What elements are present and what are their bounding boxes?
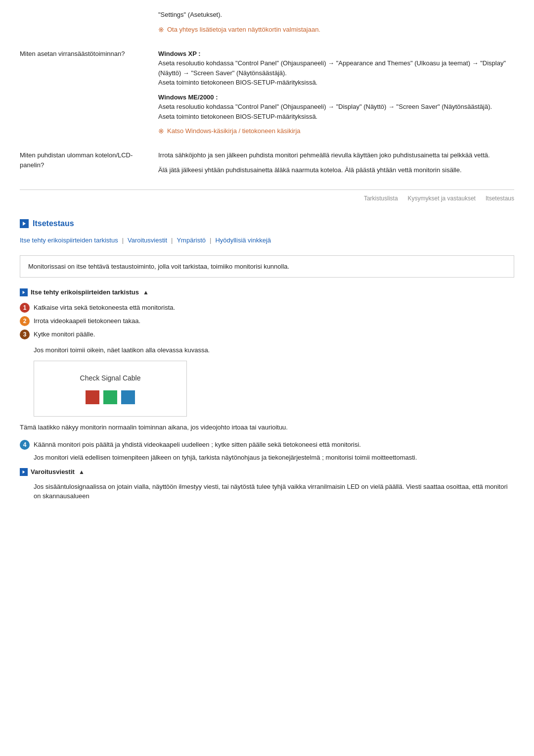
varoitus-header: Varoitusviestit ▲ bbox=[20, 467, 514, 477]
steps-container: 1 Katkaise virta sekä tietokoneesta että… bbox=[20, 302, 514, 339]
info-box: Monitorissasi on itse tehtävä testaustoi… bbox=[20, 255, 514, 278]
right-column: "Settings" (Asetukset). ※ Ota yhteys lis… bbox=[158, 10, 514, 41]
triangle-icon2: ▲ bbox=[79, 468, 85, 476]
sub-nav: Itse tehty erikoispiirteiden tarkistus |… bbox=[20, 236, 514, 245]
info-text: Monitorissasi on itse tehtävä testaustoi… bbox=[28, 263, 289, 270]
settings-note: "Settings" (Asetukset). bbox=[158, 10, 514, 20]
left-column bbox=[20, 10, 158, 41]
square-blue bbox=[121, 390, 135, 404]
step-1: 1 Katkaise virta sekä tietokoneesta että… bbox=[20, 302, 514, 313]
step-3-text: Kytke monitori päälle. bbox=[34, 329, 95, 339]
note-link-text: Ota yhteys lisätietoja varten näyttökort… bbox=[167, 25, 320, 35]
subsection1-icon bbox=[20, 288, 28, 296]
me-content: Aseta resoluutio kohdassa "Control Panel… bbox=[158, 103, 492, 120]
row1-label: Miten asetan virransäästötoiminnan? bbox=[20, 49, 158, 143]
section-icon bbox=[20, 219, 29, 228]
triangle-icon: ▲ bbox=[143, 288, 149, 297]
row1-link[interactable]: ※ Katso Windows-käsikirja / tietokoneen … bbox=[158, 126, 514, 137]
me-title: Windows ME/2000 : Aseta resoluutio kohda… bbox=[158, 93, 514, 122]
svg-marker-2 bbox=[23, 471, 25, 473]
row2-label: Miten puhdistan ulomman kotelon/LCD-pane… bbox=[20, 150, 158, 180]
subnav-link3[interactable]: Ympäristö bbox=[177, 236, 206, 245]
step-num-2: 2 bbox=[20, 316, 30, 326]
step-num-4: 4 bbox=[20, 440, 30, 450]
step-num-3: 3 bbox=[20, 330, 30, 339]
subsection1-title: Itse tehty erikoispiirteiden tarkistus bbox=[31, 287, 139, 297]
signal-squares bbox=[86, 390, 135, 404]
svg-marker-1 bbox=[23, 291, 25, 294]
step3-note: Jos monitori toimii oikein, näet laatiko… bbox=[34, 345, 514, 355]
row1-content: Windows XP : Aseta resoluutio kohdassa "… bbox=[158, 49, 514, 143]
step4-note: Jos monitori vielä edellisen toimenpitee… bbox=[34, 453, 514, 463]
arrow-right-icon bbox=[22, 221, 27, 226]
asterisk-icon2: ※ bbox=[158, 126, 164, 137]
row2-content1: Irrota sähköjohto ja sen jälkeen puhdist… bbox=[158, 150, 514, 160]
step-2: 2 Irrota videokaapeli tietokoneen takaa. bbox=[20, 316, 514, 326]
signal-caption: Tämä laatikko näkyy monitorin normaalin … bbox=[20, 423, 514, 432]
row2-content: Irrota sähköjohto ja sen jälkeen puhdist… bbox=[158, 150, 514, 180]
arrow-right-icon2 bbox=[22, 290, 26, 294]
itsetestaus-header: Itsetestaus bbox=[20, 218, 514, 230]
xp-content: Aseta resoluutio kohdassa "Control Panel… bbox=[158, 59, 506, 86]
row1-link-text: Katso Windows-käsikirja / tietokoneen kä… bbox=[167, 126, 301, 136]
varoitus-title: Varoitusviestit bbox=[31, 467, 75, 477]
step-num-1: 1 bbox=[20, 303, 30, 313]
arrow-right-icon3 bbox=[22, 470, 26, 474]
signal-title: Check Signal Cable bbox=[80, 373, 141, 383]
step-1-text: Katkaise virta sekä tietokoneesta että m… bbox=[34, 302, 175, 313]
step-2-text: Irrota videokaapeli tietokoneen takaa. bbox=[34, 316, 140, 326]
row2-content2: Älä jätä jälkeesi yhtään puhdistusainett… bbox=[158, 165, 514, 175]
step-4: 4 Käännä monitori pois päältä ja yhdistä… bbox=[20, 439, 514, 450]
tab-itsetestaus[interactable]: Itsetestaus bbox=[486, 194, 514, 203]
sep2: | bbox=[171, 236, 173, 245]
row2-section: Miten puhdistan ulomman kotelon/LCD-pane… bbox=[20, 150, 514, 180]
step-4-text: Käännä monitori pois päältä ja yhdistä v… bbox=[34, 439, 361, 450]
subsection1-header: Itse tehty erikoispiirteiden tarkistus ▲ bbox=[20, 287, 514, 297]
note-link[interactable]: ※ Ota yhteys lisätietoja varten näyttöko… bbox=[158, 25, 514, 35]
qa-section: "Settings" (Asetukset). ※ Ota yhteys lis… bbox=[20, 10, 514, 41]
subnav-link1[interactable]: Itse tehty erikoispiirteiden tarkistus bbox=[20, 236, 118, 245]
square-green bbox=[103, 390, 117, 404]
varoitus-text: Jos sisääntulosignaalissa on jotain vial… bbox=[34, 482, 514, 501]
step-3: 3 Kytke monitori päälle. bbox=[20, 329, 514, 339]
asterisk-icon: ※ bbox=[158, 25, 164, 35]
varoitus-icon bbox=[20, 468, 28, 476]
svg-marker-0 bbox=[23, 222, 26, 226]
varoitus-section: Varoitusviestit ▲ Jos sisääntulosignaali… bbox=[20, 467, 514, 501]
xp-title: Windows XP : Aseta resoluutio kohdassa "… bbox=[158, 49, 514, 88]
sep1: | bbox=[122, 236, 124, 245]
tab-tarkistuslista[interactable]: Tarkistuslista bbox=[364, 194, 398, 203]
sep3: | bbox=[210, 236, 211, 245]
row1-section: Miten asetan virransäästötoiminnan? Wind… bbox=[20, 49, 514, 143]
signal-box: Check Signal Cable bbox=[34, 361, 187, 417]
square-red bbox=[86, 390, 99, 404]
tab-kysymykset[interactable]: Kysymykset ja vastaukset bbox=[408, 194, 476, 203]
subnav-link4[interactable]: Hyödyllisiä vinkkejä bbox=[215, 236, 271, 245]
section-title: Itsetestaus bbox=[33, 218, 74, 230]
subnav-link2[interactable]: Varoitusviestit bbox=[128, 236, 167, 245]
nav-tabs: Tarkistuslista Kysymykset ja vastaukset … bbox=[20, 189, 514, 203]
